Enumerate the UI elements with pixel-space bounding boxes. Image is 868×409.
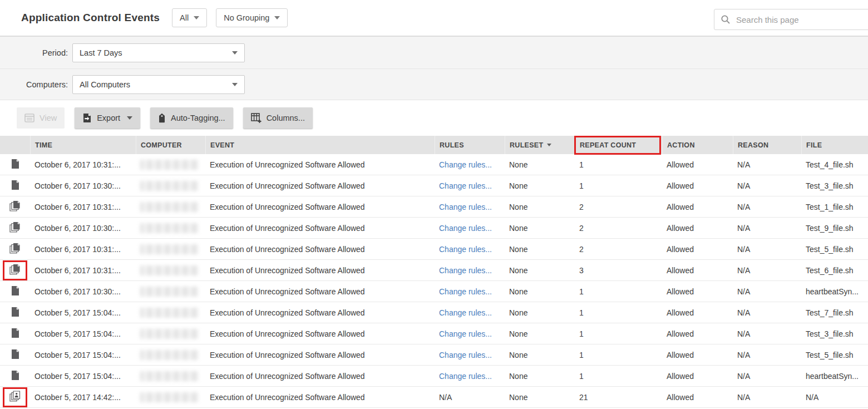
table-row[interactable]: October 6, 2017 10:30:... Execution of U… <box>0 175 868 196</box>
action-cell: Allowed <box>662 154 733 175</box>
time-cell: October 6, 2017 10:30:... <box>30 281 136 302</box>
table-row[interactable]: October 5, 2017 15:04:... Execution of U… <box>0 302 868 323</box>
time-cell: October 5, 2017 15:04:... <box>30 323 136 344</box>
page-title: Application Control Events <box>21 12 160 24</box>
auto-tagging-button[interactable]: Auto-Tagging... <box>150 107 233 129</box>
export-button[interactable]: Export <box>75 107 140 129</box>
column-header-action[interactable]: ACTION <box>662 136 733 154</box>
search-input[interactable] <box>736 15 864 24</box>
column-header-file[interactable]: FILE <box>801 136 868 154</box>
change-rules-link[interactable]: Change rules... <box>435 154 505 175</box>
time-cell: October 6, 2017 10:30:... <box>30 218 136 238</box>
period-value: Last 7 Days <box>80 48 122 57</box>
reason-cell: N/A <box>733 196 801 217</box>
aggregated-events-icon <box>9 391 21 403</box>
column-header-event[interactable]: EVENT <box>205 136 435 154</box>
time-cell: October 5, 2017 15:04:... <box>30 366 136 386</box>
table-row[interactable]: October 5, 2017 15:04:... Execution of U… <box>0 366 868 387</box>
repeat-count-cell: 3 <box>575 260 662 280</box>
change-rules-link[interactable]: Change rules... <box>435 366 505 386</box>
toolbar: View Export Auto-Tagging... Columns... <box>0 100 868 136</box>
event-cell: Execution of Unrecognized Software Allow… <box>205 323 435 344</box>
computer-redacted-blur <box>140 329 199 339</box>
view-icon <box>24 114 34 122</box>
computer-redacted-blur <box>140 202 199 212</box>
ruleset-cell: None <box>505 281 575 302</box>
page-search[interactable] <box>714 9 868 30</box>
columns-button-label: Columns... <box>267 114 305 122</box>
table-row[interactable]: October 6, 2017 10:31:... Execution of U… <box>0 260 868 281</box>
computer-cell <box>136 175 205 196</box>
action-cell: Allowed <box>662 387 733 407</box>
column-header-computer[interactable]: COMPUTER <box>136 136 205 154</box>
chevron-down-icon <box>127 116 132 120</box>
event-cell: Execution of Unrecognized Software Allow… <box>205 302 435 323</box>
change-rules-link[interactable]: Change rules... <box>435 196 505 217</box>
change-rules-link[interactable]: Change rules... <box>435 175 505 196</box>
column-header-repeat-count[interactable]: REPEAT COUNT <box>575 136 662 154</box>
column-header-ruleset[interactable]: RULESET <box>505 136 575 154</box>
table-row[interactable]: October 6, 2017 10:31:... Execution of U… <box>0 239 868 260</box>
period-select[interactable]: Last 7 Days <box>72 43 245 62</box>
table-header: TIME COMPUTER EVENT RULES RULESET REPEAT… <box>0 136 868 154</box>
reason-cell: N/A <box>733 260 801 280</box>
row-icon <box>11 370 19 382</box>
computer-redacted-blur <box>140 392 199 402</box>
column-header-reason[interactable]: REASON <box>733 136 801 154</box>
grouping-dropdown[interactable]: No Grouping <box>216 8 288 27</box>
computer-redacted-blur <box>140 308 199 318</box>
change-rules-link[interactable]: Change rules... <box>435 239 505 259</box>
change-rules-link[interactable]: Change rules... <box>435 302 505 323</box>
columns-button[interactable]: Columns... <box>243 107 313 129</box>
table-row[interactable]: October 6, 2017 10:30:... Execution of U… <box>0 281 868 302</box>
repeated-events-stack-icon <box>9 264 21 277</box>
change-rules-link[interactable]: Change rules... <box>435 260 505 280</box>
computer-cell <box>136 387 205 407</box>
computer-redacted-blur <box>140 160 199 170</box>
change-rules-link[interactable]: Change rules... <box>435 323 505 344</box>
table-row[interactable]: October 6, 2017 10:31:... Execution of U… <box>0 196 868 218</box>
table-row[interactable]: October 5, 2017 14:42:... Execution of U… <box>0 387 868 408</box>
event-cell: Execution of Unrecognized Software Allow… <box>205 239 435 259</box>
ruleset-cell: None <box>505 323 575 344</box>
computer-redacted-blur <box>140 371 199 381</box>
event-cell: Execution of Unrecognized Software Allow… <box>205 154 435 175</box>
computer-cell <box>136 154 205 175</box>
row-icon <box>11 328 19 340</box>
table-row[interactable]: October 6, 2017 10:31:... Execution of U… <box>0 154 868 175</box>
row-icon <box>11 285 19 298</box>
change-rules-link[interactable]: Change rules... <box>435 344 505 365</box>
computer-cell <box>136 366 205 386</box>
view-button-label: View <box>40 114 57 122</box>
table-row[interactable]: October 5, 2017 15:04:... Execution of U… <box>0 323 868 344</box>
computer-redacted-blur <box>140 181 199 191</box>
file-cell: heartbeatSyn... <box>801 366 868 386</box>
table-row[interactable]: October 6, 2017 10:30:... Execution of U… <box>0 218 868 239</box>
repeat-count-cell: 1 <box>575 323 662 344</box>
computer-cell <box>136 344 205 365</box>
action-cell: Allowed <box>662 366 733 386</box>
severity-filter-dropdown[interactable]: All <box>172 8 207 27</box>
computer-redacted-blur <box>140 287 199 297</box>
event-document-icon <box>11 328 19 340</box>
row-icon <box>9 264 21 277</box>
time-cell: October 6, 2017 10:31:... <box>30 260 136 280</box>
computers-select[interactable]: All Computers <box>72 75 245 94</box>
title-bar: Application Control Events All No Groupi… <box>0 0 868 36</box>
change-rules-link[interactable]: Change rules... <box>435 218 505 238</box>
repeated-events-stack-icon <box>9 243 21 255</box>
event-cell: Execution of Unrecognized Software Allow… <box>205 344 435 365</box>
column-header-time[interactable]: TIME <box>30 136 136 154</box>
change-rules-link[interactable]: Change rules... <box>435 281 505 302</box>
auto-tagging-button-label: Auto-Tagging... <box>171 114 225 122</box>
ruleset-cell: None <box>505 302 575 323</box>
column-header-rules[interactable]: RULES <box>435 136 505 154</box>
file-cell: Test_9_file.sh <box>801 218 868 238</box>
reason-cell: N/A <box>733 281 801 302</box>
ruleset-cell: None <box>505 154 575 175</box>
file-cell: Test_6_file.sh <box>801 260 868 280</box>
row-icon <box>9 243 21 255</box>
table-row[interactable]: October 5, 2017 15:04:... Execution of U… <box>0 344 868 366</box>
reason-cell: N/A <box>733 387 801 407</box>
file-cell: Test_7_file.sh <box>801 302 868 323</box>
